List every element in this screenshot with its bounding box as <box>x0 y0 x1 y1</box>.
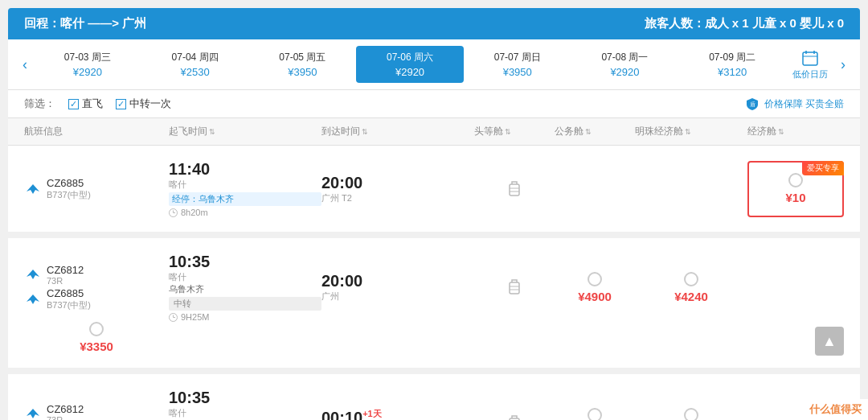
special-price-cell[interactable]: 爱买专享 ¥10 <box>747 161 844 217</box>
date-price: ¥3120 <box>682 66 783 78</box>
sort-first-icon: ⇅ <box>505 128 511 136</box>
airline-info: CZ6812 73R CZ6885 B737(中型) <box>24 264 169 311</box>
scroll-up-button[interactable]: ▲ <box>815 327 844 356</box>
date-selector: ‹ 07-03 周三 ¥2920 07-04 周四 ¥2530 07-05 周五… <box>8 39 860 90</box>
radio-circle <box>89 322 104 336</box>
one-stop-checkbox[interactable] <box>116 99 126 109</box>
plane-type: B737(中型) <box>47 299 91 311</box>
sort-depart-icon: ⇅ <box>209 128 215 136</box>
col-first[interactable]: 头等舱⇅ <box>474 125 555 138</box>
sort-arrive-icon: ⇅ <box>362 128 368 136</box>
date-label: 07-08 周一 <box>575 51 676 64</box>
radio-circle <box>684 408 698 421</box>
date-label: 07-06 周六 <box>359 51 461 64</box>
price-cell[interactable]: ¥3010 <box>635 408 747 421</box>
arrive-city: 广州 T2 <box>321 192 474 204</box>
via-badge: 经停：乌鲁木齐 <box>169 192 321 206</box>
header-bar: 回程：喀什 ——> 广州 旅客人数：成人 x 1 儿童 x 0 婴儿 x 0 <box>8 8 860 39</box>
date-tab-d2[interactable]: 07-04 周四 ¥2530 <box>141 46 249 83</box>
luggage-col <box>474 414 555 420</box>
date-tab-d3[interactable]: 07-05 周五 ¥3950 <box>248 46 356 83</box>
depart-city: 喀什 <box>169 271 321 283</box>
arrive-time: 00:10+1天 <box>321 408 474 420</box>
date-label: 07-09 周二 <box>682 51 783 64</box>
date-price: ¥2920 <box>359 66 461 78</box>
watermark: 什么值得买 <box>803 399 868 420</box>
arrive-time: 20:00 <box>321 174 474 192</box>
price-cell[interactable]: ¥3350 <box>24 322 169 353</box>
calendar-button[interactable]: 低价日历 <box>786 49 834 80</box>
date-label: 07-04 周四 <box>145 51 246 64</box>
price-cell[interactable]: ¥4240 <box>635 272 747 303</box>
date-price: ¥3950 <box>252 66 353 78</box>
filter-left: 筛选： 直飞 中转一次 <box>24 97 171 111</box>
date-price: ¥2920 <box>37 66 138 78</box>
date-price: ¥2920 <box>575 66 676 78</box>
depart-time: 10:35 <box>169 389 321 407</box>
filter-one-stop[interactable]: 中转一次 <box>116 97 171 111</box>
direct-checkbox[interactable] <box>68 99 79 109</box>
date-price: ¥2530 <box>145 66 246 78</box>
radio-circle <box>684 272 698 286</box>
airline-logo: CZ6812 73R <box>24 403 169 421</box>
date-label: 07-07 周日 <box>467 51 568 64</box>
clock-icon <box>169 313 178 322</box>
table-header: 航班信息 起飞时间⇅ 到达时间⇅ 头等舱⇅ 公务舱⇅ 明珠经济舱⇅ 经济舱⇅ <box>8 118 860 146</box>
price-value: ¥10 <box>785 191 805 204</box>
next-date-button[interactable]: › <box>834 56 852 73</box>
airline-logo-icon <box>24 180 42 198</box>
shield-icon: 盾 <box>745 97 760 111</box>
col-depart[interactable]: 起飞时间⇅ <box>169 125 321 138</box>
flight-details: CZ6812 73R <box>47 264 84 286</box>
price-cell[interactable]: ¥4900 <box>555 408 635 421</box>
depart-info: 10:35 喀什乌鲁木齐 中转 13H35M <box>169 389 321 420</box>
radio-circle <box>588 408 602 421</box>
sort-business-icon: ⇅ <box>585 128 592 136</box>
col-arrive[interactable]: 到达时间⇅ <box>321 125 474 138</box>
col-economy[interactable]: 经济舱⇅ <box>747 125 844 138</box>
date-tab-d4[interactable]: 07-06 周六 ¥2920 <box>356 46 464 83</box>
flight-row: CZ6812 73R CZ6887 10:35 喀什乌鲁木齐 中转 13H35M… <box>8 374 860 420</box>
depart-info: 10:35 喀什乌鲁木齐 中转 9H25M <box>169 253 321 322</box>
route-title: 回程：喀什 ——> 广州 <box>24 16 146 31</box>
date-label: 07-03 周三 <box>37 51 138 64</box>
radio-circle <box>588 272 602 286</box>
sort-mingzhu-icon: ⇅ <box>685 128 691 136</box>
arrive-info: 20:00 广州 <box>321 272 474 303</box>
price-guarantee-label: 价格保障 买贵全赔 <box>764 97 844 111</box>
direct-label: 直飞 <box>82 97 103 111</box>
prev-date-button[interactable]: ‹ <box>16 56 34 73</box>
duration: 8h20m <box>169 208 321 217</box>
date-tab-d6[interactable]: 07-08 周一 ¥2920 <box>571 46 679 83</box>
col-mingzhu[interactable]: 明珠经济舱⇅ <box>635 125 747 138</box>
depart-city: 喀什 <box>169 179 321 191</box>
luggage-icon <box>506 179 522 199</box>
airline-info: CZ6812 73R CZ6887 <box>24 403 169 421</box>
col-business[interactable]: 公务舱⇅ <box>555 125 635 138</box>
radio-circle <box>788 173 803 187</box>
flight-row: CZ6812 73R CZ6885 B737(中型) 10:35 喀什乌鲁木齐 … <box>8 238 860 374</box>
filter-bar: 筛选： 直飞 中转一次 盾 价格保障 买贵全赔 <box>8 90 860 118</box>
filter-label: 筛选： <box>24 97 55 111</box>
calendar-icon <box>801 49 819 67</box>
arrive-city: 广州 <box>321 290 474 303</box>
svg-rect-8 <box>510 184 519 196</box>
svg-rect-0 <box>803 52 817 65</box>
luggage-icon <box>506 278 522 297</box>
luggage-icon <box>506 414 522 420</box>
sort-economy-icon: ⇅ <box>778 128 784 136</box>
price-cell[interactable]: ¥4900 <box>555 272 635 303</box>
transfer-badge: 中转 <box>169 297 321 311</box>
date-tab-d5[interactable]: 07-07 周日 ¥3950 <box>464 46 571 83</box>
filter-direct[interactable]: 直飞 <box>68 97 103 111</box>
svg-text:盾: 盾 <box>749 101 755 107</box>
date-tab-d7[interactable]: 07-09 周二 ¥3120 <box>678 46 786 83</box>
date-tab-d1[interactable]: 07-03 周三 ¥2920 <box>34 46 141 83</box>
calendar-label: 低价日历 <box>792 68 828 80</box>
plane-type: 73R <box>47 415 84 421</box>
filter-right: 盾 价格保障 买贵全赔 <box>745 97 844 111</box>
flight-details: CZ6885 B737(中型) <box>47 177 91 201</box>
plane-type: B737(中型) <box>47 189 91 201</box>
clock-icon <box>169 208 178 217</box>
depart-info: 11:40 喀什经停：乌鲁木齐 8h20m <box>169 160 321 217</box>
